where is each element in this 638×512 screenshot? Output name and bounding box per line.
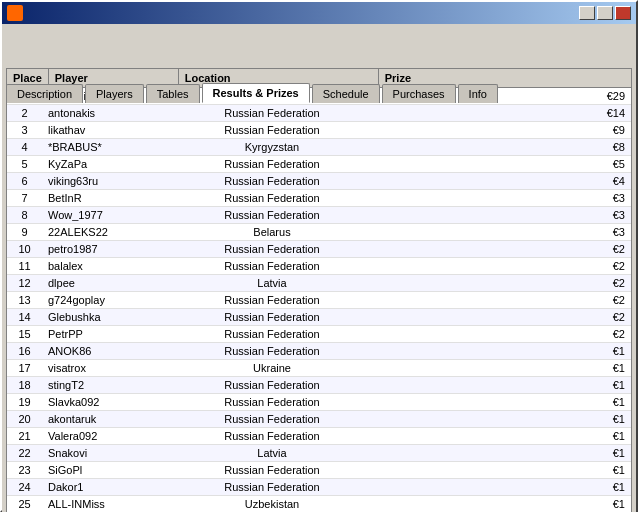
cell-player: stingT2 bbox=[42, 377, 172, 394]
cell-place: 20 bbox=[7, 411, 42, 428]
main-window: DescriptionPlayersTablesResults & Prizes… bbox=[0, 0, 638, 512]
table-row: 13g724goplayRussian Federation€2 bbox=[7, 292, 631, 309]
cell-prize: €9 bbox=[372, 122, 631, 139]
table-scroll[interactable]: 1LestingiLatvia€292antonakisRussian Fede… bbox=[7, 88, 631, 512]
cell-place: 4 bbox=[7, 139, 42, 156]
cell-location: Russian Federation bbox=[172, 292, 372, 309]
close-button[interactable] bbox=[615, 6, 631, 20]
table-row: 24Dakor1Russian Federation€1 bbox=[7, 479, 631, 496]
cell-place: 18 bbox=[7, 377, 42, 394]
cell-location: Russian Federation bbox=[172, 428, 372, 445]
tab-players[interactable]: Players bbox=[85, 84, 144, 103]
cell-prize: €2 bbox=[372, 292, 631, 309]
table-row: 7BetInRRussian Federation€3 bbox=[7, 190, 631, 207]
cell-place: 6 bbox=[7, 173, 42, 190]
app-icon bbox=[7, 5, 23, 21]
table-row: 5KyZaPaRussian Federation€5 bbox=[7, 156, 631, 173]
cell-place: 14 bbox=[7, 309, 42, 326]
minimize-button[interactable] bbox=[579, 6, 595, 20]
cell-player: BetInR bbox=[42, 190, 172, 207]
table-row: 10petro1987Russian Federation€2 bbox=[7, 241, 631, 258]
cell-prize: €2 bbox=[372, 275, 631, 292]
cell-prize: €2 bbox=[372, 258, 631, 275]
table-row: 12dlpeeLatvia€2 bbox=[7, 275, 631, 292]
cell-prize: €1 bbox=[372, 428, 631, 445]
title-bar-left bbox=[7, 5, 27, 21]
table-row: 11balalexRussian Federation€2 bbox=[7, 258, 631, 275]
cell-player: akontaruk bbox=[42, 411, 172, 428]
cell-player: Snakovi bbox=[42, 445, 172, 462]
table-row: 2antonakisRussian Federation€14 bbox=[7, 105, 631, 122]
tab-info[interactable]: Info bbox=[458, 84, 498, 103]
cell-prize: €3 bbox=[372, 190, 631, 207]
table-row: 18stingT2Russian Federation€1 bbox=[7, 377, 631, 394]
cell-location: Russian Federation bbox=[172, 173, 372, 190]
cell-place: 19 bbox=[7, 394, 42, 411]
table-body: 1LestingiLatvia€292antonakisRussian Fede… bbox=[7, 88, 631, 512]
cell-location: Russian Federation bbox=[172, 207, 372, 224]
cell-player: PetrPP bbox=[42, 326, 172, 343]
cell-location: Russian Federation bbox=[172, 309, 372, 326]
tab-tables[interactable]: Tables bbox=[146, 84, 200, 103]
cell-location: Uzbekistan bbox=[172, 496, 372, 513]
cell-player: Dakor1 bbox=[42, 479, 172, 496]
cell-prize: €3 bbox=[372, 207, 631, 224]
table-row: 22SnakoviLatvia€1 bbox=[7, 445, 631, 462]
cell-location: Belarus bbox=[172, 224, 372, 241]
cell-location: Russian Federation bbox=[172, 411, 372, 428]
cell-player: Valera092 bbox=[42, 428, 172, 445]
cell-location: Kyrgyzstan bbox=[172, 139, 372, 156]
cell-prize: €1 bbox=[372, 445, 631, 462]
cell-prize: €2 bbox=[372, 326, 631, 343]
cell-location: Russian Federation bbox=[172, 343, 372, 360]
cell-location: Russian Federation bbox=[172, 462, 372, 479]
table-row: 3likathavRussian Federation€9 bbox=[7, 122, 631, 139]
cell-place: 22 bbox=[7, 445, 42, 462]
title-controls bbox=[579, 6, 631, 20]
cell-location: Russian Federation bbox=[172, 258, 372, 275]
cell-player: balalex bbox=[42, 258, 172, 275]
table-row: 6viking63ruRussian Federation€4 bbox=[7, 173, 631, 190]
table-row: 23SiGoPlRussian Federation€1 bbox=[7, 462, 631, 479]
tab-description[interactable]: Description bbox=[6, 84, 83, 103]
table-row: 21Valera092Russian Federation€1 bbox=[7, 428, 631, 445]
table-row: 16ANOK86Russian Federation€1 bbox=[7, 343, 631, 360]
cell-player: dlpee bbox=[42, 275, 172, 292]
cell-prize: €1 bbox=[372, 360, 631, 377]
tab-schedule[interactable]: Schedule bbox=[312, 84, 380, 103]
table-row: 15PetrPPRussian Federation€2 bbox=[7, 326, 631, 343]
cell-player: KyZaPa bbox=[42, 156, 172, 173]
cell-place: 9 bbox=[7, 224, 42, 241]
cell-prize: €1 bbox=[372, 377, 631, 394]
table-row: 14GlebushkaRussian Federation€2 bbox=[7, 309, 631, 326]
cell-prize: €1 bbox=[372, 496, 631, 513]
cell-player: visatrox bbox=[42, 360, 172, 377]
cell-place: 10 bbox=[7, 241, 42, 258]
cell-prize: €2 bbox=[372, 241, 631, 258]
content-area: Place Player Location Prize 1LestingiLat… bbox=[6, 68, 632, 512]
tab-results---prizes[interactable]: Results & Prizes bbox=[202, 83, 310, 103]
window-body: DescriptionPlayersTablesResults & Prizes… bbox=[2, 24, 636, 512]
results-table-body: 1LestingiLatvia€292antonakisRussian Fede… bbox=[7, 88, 631, 512]
cell-location: Russian Federation bbox=[172, 377, 372, 394]
cell-location: Russian Federation bbox=[172, 122, 372, 139]
cell-place: 24 bbox=[7, 479, 42, 496]
cell-player: viking63ru bbox=[42, 173, 172, 190]
cell-prize: €1 bbox=[372, 394, 631, 411]
tab-purchases[interactable]: Purchases bbox=[382, 84, 456, 103]
cell-player: *BRABUS* bbox=[42, 139, 172, 156]
cell-location: Latvia bbox=[172, 275, 372, 292]
maximize-button[interactable] bbox=[597, 6, 613, 20]
cell-place: 15 bbox=[7, 326, 42, 343]
cell-location: Latvia bbox=[172, 445, 372, 462]
cell-place: 3 bbox=[7, 122, 42, 139]
cell-location: Russian Federation bbox=[172, 241, 372, 258]
cell-place: 21 bbox=[7, 428, 42, 445]
cell-prize: €2 bbox=[372, 309, 631, 326]
cell-player: Glebushka bbox=[42, 309, 172, 326]
cell-location: Ukraine bbox=[172, 360, 372, 377]
cell-location: Russian Federation bbox=[172, 479, 372, 496]
cell-player: SiGoPl bbox=[42, 462, 172, 479]
table-row: 922ALEKS22Belarus€3 bbox=[7, 224, 631, 241]
cell-place: 12 bbox=[7, 275, 42, 292]
